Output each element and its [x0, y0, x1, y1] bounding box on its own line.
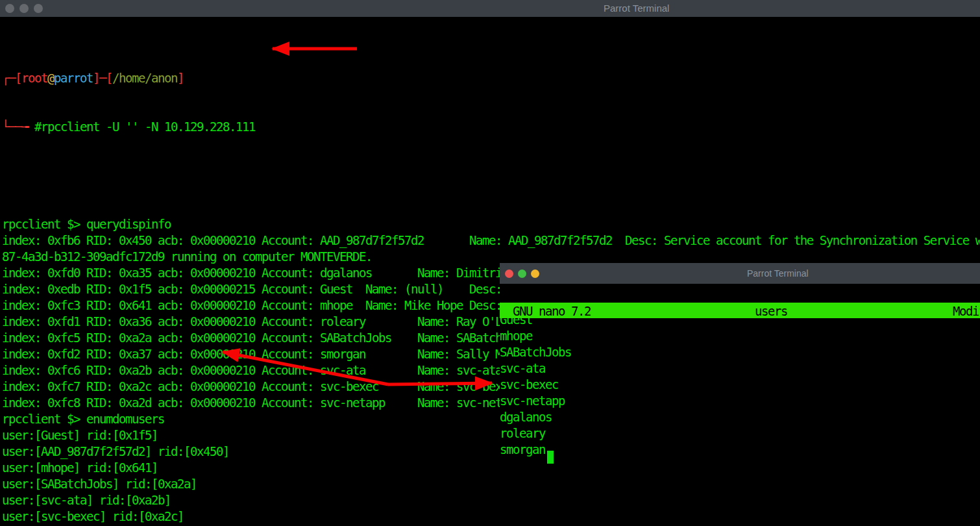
- nano-user-line: svc-bexec: [500, 377, 980, 393]
- prompt-frame: ]: [177, 71, 184, 85]
- main-window-buttons: [0, 4, 43, 13]
- terminal-line: rpcclient $> querydispinfo: [2, 216, 980, 232]
- nano-titlebar[interactable]: Parrot Terminal: [500, 263, 980, 284]
- maximize-button-icon[interactable]: [518, 269, 526, 278]
- prompt-host: parrot: [54, 71, 93, 85]
- nano-modified-badge: Modified: [953, 303, 980, 318]
- prompt-frame: ┌─[: [2, 71, 21, 85]
- prompt-at: @: [47, 71, 54, 85]
- nano-version-label: GNU nano 7.2: [513, 303, 591, 318]
- nano-cursor: [547, 451, 554, 464]
- nano-user-line: roleary: [500, 425, 980, 442]
- window-button-icon[interactable]: [34, 4, 43, 13]
- prompt-user: root: [21, 71, 47, 85]
- desktop: { "colors": { "titlebar": "#3a3f46", "me…: [0, 0, 980, 526]
- prompt-line-1: ┌─[root@parrot]─[/home/anon]: [2, 70, 980, 86]
- nano-user-line: smorgan: [500, 442, 980, 458]
- screen: Parrot Terminal FileEditViewSearchTermin…: [0, 0, 980, 526]
- prompt-frame: ]─[: [93, 71, 112, 85]
- command-text: #rpcclient -U '' -N 10.129.228.111: [34, 119, 255, 134]
- window-title: Parrot Terminal: [604, 3, 669, 14]
- minimize-button-icon[interactable]: [531, 269, 539, 278]
- main-terminal-window: Parrot Terminal FileEditViewSearchTermin…: [0, 0, 980, 12]
- prompt-line-2: └──╼ #rpcclient -U '' -N 10.129.228.111: [2, 119, 980, 135]
- prompt-branch: └──╼: [2, 119, 34, 134]
- nano-terminal-window: Parrot Terminal FileEditViewSearchTermin…: [500, 263, 980, 526]
- window-title: Parrot Terminal: [747, 268, 809, 279]
- nano-user-line: svc-netapp: [500, 393, 980, 409]
- nano-filename: users: [755, 303, 787, 318]
- close-button-icon[interactable]: [505, 269, 513, 278]
- nano-user-line: mhope: [500, 328, 980, 344]
- window-button-icon[interactable]: [19, 4, 29, 13]
- nano-header-bar: GNU nano 7.2 users Modified: [500, 303, 980, 318]
- nano-window-buttons: [500, 269, 539, 278]
- nano-user-line: dgalanos: [500, 409, 980, 425]
- terminal-line: index: 0xfb6 RID: 0x450 acb: 0x00000210 …: [2, 232, 980, 249]
- window-button-icon[interactable]: [5, 4, 14, 13]
- nano-user-line: svc-ata: [500, 360, 980, 377]
- prompt-path: /home/anon: [112, 71, 177, 85]
- main-titlebar[interactable]: Parrot Terminal: [0, 0, 980, 17]
- nano-user-line: SABatchJobs: [500, 344, 980, 360]
